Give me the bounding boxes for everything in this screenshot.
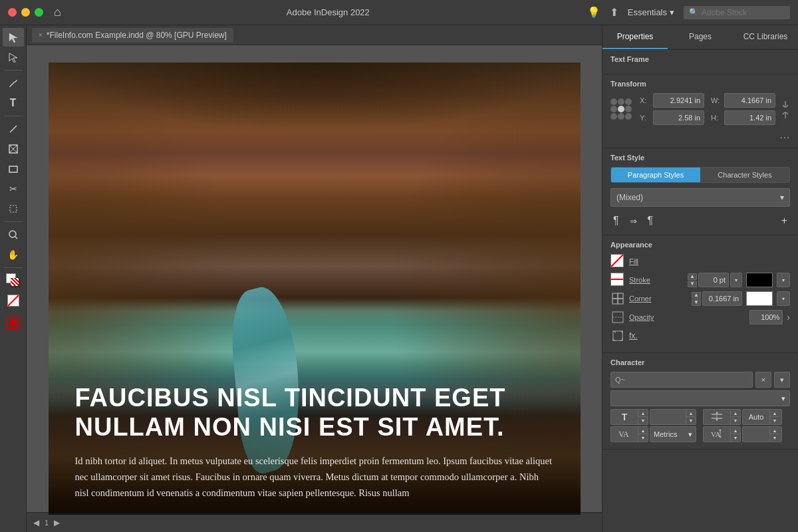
tracking-value-stepper[interactable]: ▲ ▼ xyxy=(742,426,782,442)
paragraph-style-icon[interactable]: ¶ xyxy=(610,213,622,228)
page-next-icon[interactable]: ▶ xyxy=(54,518,60,527)
tab-close-icon[interactable]: × xyxy=(39,31,43,39)
stroke-stepper-arrows[interactable]: ▲ ▼ xyxy=(688,273,697,287)
corner-stepper-arrows[interactable]: ▲ ▼ xyxy=(692,292,701,306)
lightbulb-icon[interactable]: 💡 xyxy=(587,6,600,19)
corner-down-arrow[interactable]: ▼ xyxy=(692,299,701,306)
style-dropdown[interactable]: (Mixed) ▾ xyxy=(610,188,790,207)
tab-properties[interactable]: Properties xyxy=(602,25,668,49)
leading-down[interactable]: ▼ xyxy=(731,417,740,424)
font-size-stepper[interactable]: T ▲ ▼ xyxy=(610,409,648,425)
style-action-1[interactable]: ⇒ xyxy=(627,215,640,227)
share-icon[interactable]: ⬆ xyxy=(610,6,618,19)
leading-stepper[interactable]: ▲ ▼ xyxy=(703,409,741,425)
minimize-button[interactable] xyxy=(21,8,30,17)
font-search-clear[interactable]: × xyxy=(755,372,771,388)
fill-stroke-indicator[interactable] xyxy=(3,271,24,290)
leading-up[interactable]: ▲ xyxy=(731,410,740,417)
kerning-icon-stepper[interactable]: VA ▲ ▼ xyxy=(610,426,648,442)
font-size-up[interactable]: ▲ xyxy=(638,410,648,417)
character-styles-tab[interactable]: Character Styles xyxy=(700,168,789,182)
kerning-metrics-dropdown[interactable]: Metrics ▾ xyxy=(650,426,696,442)
fill-row: Fill xyxy=(610,254,790,269)
opacity-input[interactable] xyxy=(749,310,783,325)
headline-text: FAUCIBUS NISL TINCIDUNT EGET NULLAM NON … xyxy=(75,384,554,442)
corner-style-dropdown[interactable]: ▾ xyxy=(777,291,790,306)
opacity-label[interactable]: Opacity xyxy=(629,313,745,321)
window-controls xyxy=(8,8,43,17)
stroke-unit-dropdown-arrow: ▾ xyxy=(735,277,737,283)
w-input[interactable] xyxy=(724,93,775,108)
line-tool[interactable] xyxy=(3,120,24,138)
more-options-button[interactable]: … xyxy=(610,128,790,142)
maximize-button[interactable] xyxy=(35,8,43,17)
corner-up-arrow[interactable]: ▲ xyxy=(692,292,701,299)
right-panel: Properties Pages CC Libraries Text Frame… xyxy=(602,25,798,532)
y-input[interactable] xyxy=(653,110,704,125)
transform-origin-selector[interactable] xyxy=(610,98,634,122)
tracking-val-up[interactable]: ▲ xyxy=(770,427,779,434)
home-icon[interactable]: ⌂ xyxy=(54,5,61,19)
essentials-dropdown[interactable]: Essentials ▾ xyxy=(628,7,674,17)
rectangle-frame-tool[interactable] xyxy=(3,140,24,158)
size-down[interactable]: ▼ xyxy=(686,417,696,424)
style-action-2[interactable]: ¶ xyxy=(645,213,656,228)
tracking-down[interactable]: ▼ xyxy=(731,434,740,442)
zoom-tool[interactable] xyxy=(3,225,24,244)
stroke-up-arrow[interactable]: ▲ xyxy=(688,273,697,280)
stroke-down-arrow[interactable]: ▼ xyxy=(688,281,697,287)
tab-pages[interactable]: Pages xyxy=(668,25,733,49)
hand-tool[interactable]: ✋ xyxy=(3,245,24,264)
scissors-tool[interactable]: ✂ xyxy=(3,180,24,198)
rectangle-tool[interactable] xyxy=(3,160,24,178)
fill-swatch[interactable] xyxy=(610,254,625,269)
search-input[interactable] xyxy=(702,8,781,17)
font-size-down[interactable]: ▼ xyxy=(638,417,648,424)
tracking-icon-stepper[interactable]: VA ▲ ▼ xyxy=(703,426,741,442)
type-tool[interactable]: T xyxy=(3,94,24,112)
close-button[interactable] xyxy=(8,8,17,17)
font-dropdown-btn[interactable]: ▾ xyxy=(774,372,790,388)
fx-frame-icon xyxy=(610,329,625,343)
leading-value-stepper[interactable]: Auto ▲ ▼ xyxy=(742,409,782,425)
style-add-icon[interactable]: + xyxy=(779,213,790,228)
fx-button[interactable]: fx. xyxy=(629,331,638,340)
document-view[interactable]: FAUCIBUS NISL TINCIDUNT EGET NULLAM NON … xyxy=(27,45,602,532)
corner-label[interactable]: Corner xyxy=(629,295,688,303)
opacity-more-icon[interactable]: › xyxy=(787,312,790,323)
leading-val-down[interactable]: ▼ xyxy=(770,417,779,424)
free-transform-tool[interactable] xyxy=(3,200,24,218)
tracking-up[interactable]: ▲ xyxy=(731,427,740,434)
corner-value-input[interactable] xyxy=(702,291,742,306)
tracking-val-down[interactable]: ▼ xyxy=(770,434,779,442)
stroke-color-box[interactable] xyxy=(746,273,773,287)
size-up[interactable]: ▲ xyxy=(686,410,696,417)
y-label: Y: xyxy=(640,114,650,122)
stroke-value-input[interactable] xyxy=(698,273,729,287)
constrain-proportions-icon[interactable] xyxy=(781,100,790,122)
paragraph-styles-tab[interactable]: Paragraph Styles xyxy=(611,168,700,182)
apply-none-button[interactable] xyxy=(3,291,24,310)
adobe-stock-search[interactable]: 🔍 xyxy=(684,6,790,19)
font-size-arrows[interactable]: ▲ ▼ xyxy=(638,410,648,424)
select-tool[interactable] xyxy=(3,28,24,47)
leading-val-up[interactable]: ▲ xyxy=(770,410,779,417)
pen-tool[interactable] xyxy=(3,74,24,92)
kerning-down[interactable]: ▼ xyxy=(638,434,648,442)
stroke-unit-dropdown[interactable]: ▾ xyxy=(730,273,742,287)
h-input[interactable] xyxy=(724,110,775,125)
direct-select-tool[interactable] xyxy=(3,48,24,66)
stroke-color-dropdown[interactable]: ▾ xyxy=(777,273,790,287)
fill-label[interactable]: Fill xyxy=(629,257,790,265)
tab-cc-libraries[interactable]: CC Libraries xyxy=(733,25,798,49)
view-toggle[interactable] xyxy=(3,314,24,332)
page-prev-icon[interactable]: ◀ xyxy=(33,518,39,527)
font-style-dropdown[interactable]: ▾ xyxy=(610,390,790,406)
stroke-label[interactable]: Stroke xyxy=(629,276,684,284)
x-input[interactable] xyxy=(653,93,704,108)
kerning-up[interactable]: ▲ xyxy=(638,427,648,434)
document-tab[interactable]: × *FileInfo.com Example.indd @ 80% [GPU … xyxy=(32,28,233,43)
corner-style-box[interactable] xyxy=(746,291,773,306)
stroke-swatch[interactable] xyxy=(610,273,625,287)
font-size-input-stepper[interactable]: ▲ ▼ xyxy=(650,409,696,425)
